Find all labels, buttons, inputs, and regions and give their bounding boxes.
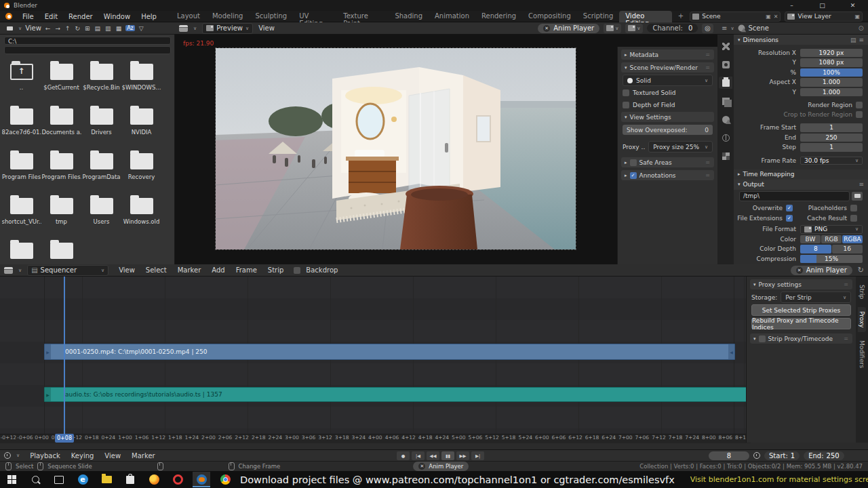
- menu-item[interactable]: File: [18, 12, 39, 22]
- menu-item[interactable]: Frame: [231, 265, 262, 275]
- prev-keyframe-button[interactable]: ◀◀: [427, 451, 439, 460]
- up-icon[interactable]: ↑: [64, 25, 71, 32]
- value-field[interactable]: 1080 px: [800, 58, 863, 67]
- firefox-icon[interactable]: [145, 472, 163, 487]
- folder-item[interactable]: [1, 235, 41, 264]
- preview-region-dropdown[interactable]: ∨: [625, 24, 643, 33]
- metadata-panel-header[interactable]: ▸Metadata=: [621, 49, 714, 60]
- workspace-tab[interactable]: Modeling: [206, 11, 250, 22]
- cache-result-checkbox[interactable]: [850, 215, 857, 222]
- tab-scene[interactable]: [719, 113, 732, 125]
- detail-view-icon[interactable]: ▥: [104, 25, 112, 32]
- workspace-tab[interactable]: UV Editing: [293, 11, 337, 22]
- file-extensions-checkbox[interactable]: ✓: [786, 215, 793, 222]
- chrome-icon[interactable]: [216, 472, 234, 487]
- workspace-tab[interactable]: Rendering: [475, 11, 522, 22]
- scene-preview-panel-header[interactable]: ▾Scene Preview/Render=: [621, 62, 714, 73]
- current-frame-badge[interactable]: 0+08: [55, 434, 74, 443]
- tab-render[interactable]: [719, 58, 732, 70]
- audio-strip[interactable]: ▶ audio.ts: G:\obs recordings\tutorials\…: [44, 387, 747, 402]
- path-field[interactable]: C:\: [4, 37, 171, 45]
- strip-right-handle[interactable]: ◀: [728, 344, 734, 359]
- value-field[interactable]: 1920 px: [800, 49, 863, 58]
- panel-menu-icon[interactable]: ≡: [859, 37, 864, 43]
- menu-item[interactable]: Select: [141, 265, 172, 275]
- forward-icon[interactable]: →: [54, 25, 61, 32]
- strip-proxy-panel-header[interactable]: ▾ Strip Proxy/Timecode=: [750, 333, 852, 344]
- use-preview-range-icon[interactable]: [753, 452, 760, 459]
- folder-item[interactable]: [41, 235, 81, 264]
- start-frame-field[interactable]: Start:1: [764, 451, 800, 460]
- preview-view-menu[interactable]: View: [258, 24, 275, 32]
- view-settings-panel-header[interactable]: ▾View Settings: [621, 112, 714, 122]
- close-icon[interactable]: ✕: [543, 25, 550, 32]
- edge-icon[interactable]: e: [74, 472, 92, 487]
- annotations-checkbox[interactable]: ✓: [630, 172, 637, 179]
- color-rgba-option[interactable]: RGBA: [842, 235, 863, 244]
- placeholders-checkbox[interactable]: [850, 205, 857, 211]
- close-icon[interactable]: ✕: [796, 267, 803, 274]
- filename-field[interactable]: [4, 46, 171, 54]
- sidebar-tab[interactable]: Proxy: [858, 307, 866, 332]
- folder-item[interactable]: ..: [1, 56, 41, 100]
- value-field[interactable]: 1: [800, 143, 863, 152]
- preview-canvas[interactable]: fps: 21.90: [175, 35, 717, 264]
- maximize-button[interactable]: □: [807, 0, 837, 11]
- strip-proxy-checkbox[interactable]: [759, 336, 766, 342]
- channel-field[interactable]: Channel:0: [647, 24, 698, 33]
- menu-item[interactable]: View: [100, 451, 125, 461]
- sidebar-tab[interactable]: Strip: [858, 281, 866, 303]
- jump-to-start-button[interactable]: |◀: [412, 451, 425, 460]
- open-folder-icon[interactable]: [852, 192, 863, 201]
- folder-item[interactable]: tmp: [41, 190, 81, 235]
- folder-item[interactable]: $GetCurrent: [41, 56, 81, 100]
- blender-taskbar-icon[interactable]: [193, 472, 210, 487]
- workspace-tab[interactable]: Sculpting: [249, 11, 293, 22]
- menu-item[interactable]: Add: [207, 265, 229, 275]
- new-layer-icon[interactable]: ▣: [854, 14, 860, 20]
- crop-region-checkbox[interactable]: [856, 111, 863, 118]
- tab-output[interactable]: [719, 77, 732, 89]
- search-icon[interactable]: [26, 472, 44, 487]
- folder-item[interactable]: Program Files...: [41, 145, 81, 190]
- unlink-scene-icon[interactable]: ✕: [774, 14, 778, 20]
- dimensions-panel-header[interactable]: ▾Dimensions ▤ ≡: [734, 35, 868, 45]
- value-field[interactable]: 1.000: [800, 88, 863, 97]
- task-view-icon[interactable]: [50, 472, 68, 487]
- menu-item[interactable]: Marker: [127, 451, 160, 461]
- menu-item[interactable]: View: [114, 265, 140, 275]
- editor-type-icon[interactable]: [179, 25, 188, 32]
- menu-item[interactable]: Playback: [25, 451, 65, 461]
- workspace-tab[interactable]: Video Editing: [619, 11, 672, 22]
- workspace-tab[interactable]: Animation: [429, 11, 475, 22]
- sequencer-timeline-area[interactable]: ▶ 0001-0250.mp4: C:\tmp\0001-0250.mp4 | …: [0, 277, 868, 434]
- folder-item[interactable]: Drivers: [81, 100, 121, 145]
- video-strip[interactable]: ▶ 0001-0250.mp4: C:\tmp\0001-0250.mp4 | …: [44, 344, 735, 360]
- panel-menu-icon[interactable]: ≡: [859, 181, 864, 188]
- anim-player-button[interactable]: ✕ Anim Player: [538, 24, 599, 33]
- value-field[interactable]: 250: [800, 134, 863, 142]
- menu-item[interactable]: Keying: [66, 451, 99, 461]
- ghost-icon[interactable]: ◎: [702, 24, 713, 33]
- microsoft-store-icon[interactable]: [121, 472, 139, 487]
- close-icon[interactable]: ✕: [418, 463, 425, 470]
- scene-selector[interactable]: Scene ▣ ✕: [690, 12, 781, 22]
- set-proxies-button[interactable]: Set Selected Strip Proxies: [751, 304, 851, 316]
- file-view-menu[interactable]: View: [25, 24, 41, 32]
- show-overexposed-slider[interactable]: Show Overexposed: 0: [623, 125, 713, 135]
- pin-icon[interactable]: ⊙: [859, 24, 864, 32]
- menu-item[interactable]: Marker: [173, 265, 206, 275]
- folder-item[interactable]: Documents a...: [41, 100, 81, 145]
- anim-player-status[interactable]: ✕ Anim Player: [413, 462, 469, 471]
- strip-left-handle[interactable]: ▶: [45, 344, 51, 359]
- tab-texture[interactable]: [719, 150, 732, 162]
- blender-menu-icon[interactable]: [5, 13, 12, 20]
- workspace-tab[interactable]: +: [672, 11, 690, 22]
- sequencer-view-type-dropdown[interactable]: ▤Sequencer ∨: [27, 265, 108, 276]
- new-folder-icon[interactable]: ⊞: [84, 25, 91, 32]
- proxy-settings-panel-header[interactable]: ▾Proxy settings=: [750, 279, 852, 289]
- minimize-button[interactable]: –: [776, 0, 807, 11]
- value-field[interactable]: 1.000: [800, 78, 863, 87]
- menu-item[interactable]: Render: [64, 12, 98, 22]
- menu-item[interactable]: Help: [136, 12, 161, 22]
